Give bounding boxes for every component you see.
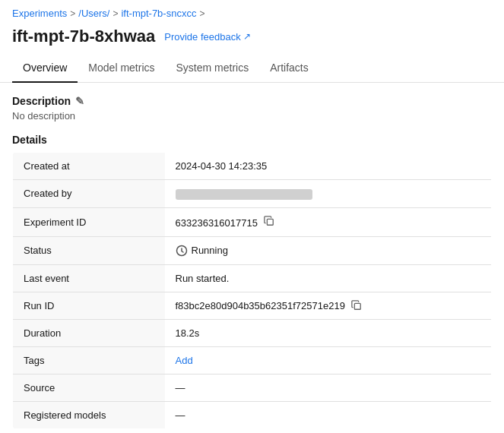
details-label: Details [12,134,492,146]
row-key: Created at [13,153,165,180]
edit-description-icon[interactable]: ✎ [75,95,84,107]
details-table: Created at 2024-04-30 14:23:35 Created b… [12,152,492,429]
table-row: Created at 2024-04-30 14:23:35 [13,153,492,180]
redacted-value [176,189,312,200]
row-key: Run ID [13,292,165,319]
row-key: Tags [13,346,165,374]
row-key: Last event [13,264,165,292]
svg-rect-0 [267,219,273,225]
main-content: Description ✎ No description Details Cre… [0,83,504,433]
external-link-icon: ↗ [243,31,251,42]
run-id-value: f83bc2e80d904b35b62351f72571e219 [176,300,345,311]
row-value-duration: 18.2s [165,319,492,346]
no-description-text: No description [12,110,492,122]
row-value-created-at: 2024-04-30 14:23:35 [165,153,492,180]
row-key: Experiment ID [13,207,165,236]
breadcrumb-sep2: > [113,8,118,19]
tab-overview[interactable]: Overview [12,54,78,83]
description-section: Description ✎ [12,95,492,107]
feedback-label: Provide feedback [164,31,240,43]
row-value-experiment-id: 633236316017715 [165,207,492,236]
status-label: Running [192,245,228,256]
table-row: Duration 18.2s [13,319,492,346]
tab-artifacts[interactable]: Artifacts [259,54,319,83]
breadcrumb-sep3: > [199,8,204,19]
table-row: Registered models — [13,401,492,428]
description-label: Description [12,95,71,107]
breadcrumb-run[interactable]: ift-mpt-7b-sncxcc [121,8,196,19]
table-row: Run ID f83bc2e80d904b35b62351f72571e219 [13,292,492,319]
row-key: Registered models [13,401,165,428]
svg-rect-2 [354,303,360,309]
row-value-run-id: f83bc2e80d904b35b62351f72571e219 [165,292,492,319]
status-running-badge: Running [176,245,481,257]
tabs-bar: Overview Model metrics System metrics Ar… [0,54,504,83]
table-row: Last event Run started. [13,264,492,292]
feedback-link[interactable]: Provide feedback ↗ [164,31,250,43]
row-value-status: Running [165,236,492,264]
row-value-created-by [165,180,492,208]
page-header: ift-mpt-7b-8xhwaa Provide feedback ↗ [0,24,504,54]
row-key: Created by [13,180,165,208]
table-row: Source — [13,374,492,401]
row-key: Status [13,236,165,264]
breadcrumb-path: /Users/ [78,8,109,19]
run-id-cell: f83bc2e80d904b35b62351f72571e219 [176,300,481,311]
clock-icon [176,245,188,257]
add-tags-link[interactable]: Add [176,355,193,366]
page-title: ift-mpt-7b-8xhwaa [12,27,155,46]
breadcrumb: Experiments > /Users/ > ift-mpt-7b-sncxc… [0,0,504,24]
copy-experiment-id-icon[interactable] [264,216,274,226]
breadcrumb-experiments[interactable]: Experiments [12,8,67,19]
table-row: Status Running [13,236,492,264]
table-row: Created by [13,180,492,208]
table-row: Experiment ID 633236316017715 [13,207,492,236]
table-row: Tags Add [13,346,492,374]
row-key: Duration [13,319,165,346]
copy-run-id-icon[interactable] [351,300,362,311]
tab-system-metrics[interactable]: System metrics [166,54,260,83]
experiment-id-value: 633236316017715 [176,217,258,229]
tab-model-metrics[interactable]: Model metrics [78,54,165,83]
row-key: Source [13,374,165,401]
row-value-tags: Add [165,346,492,374]
breadcrumb-sep1: > [70,8,75,19]
row-value-registered-models: — [165,401,492,428]
row-value-last-event: Run started. [165,264,492,292]
row-value-source: — [165,374,492,401]
